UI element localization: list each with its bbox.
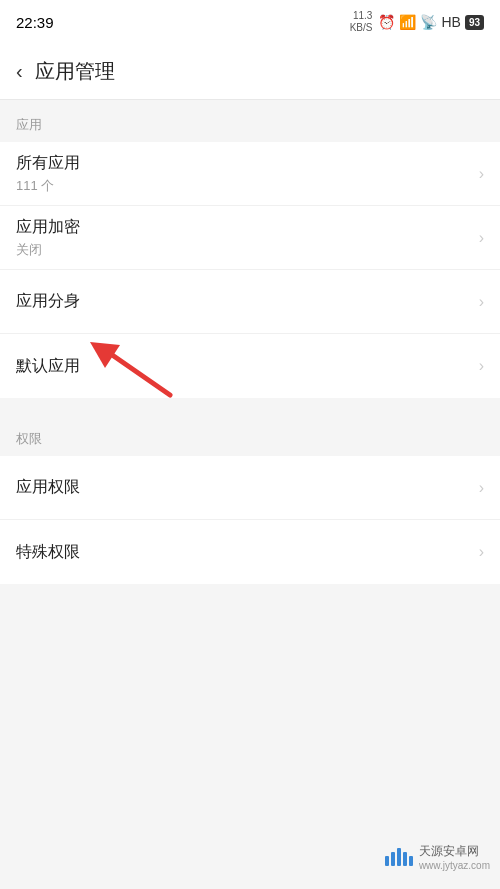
chevron-icon: › <box>479 479 484 497</box>
menu-item-all-apps-title: 所有应用 <box>16 153 80 174</box>
watermark: 天源安卓网 www.jytyaz.com <box>385 843 490 871</box>
watermark-url: www.jytyaz.com <box>419 860 490 871</box>
watermark-logo <box>385 848 413 866</box>
content-area: 应用 所有应用 111 个 › 应用加密 关闭 › 应用分身 <box>0 100 500 584</box>
menu-item-app-lock-left: 应用加密 关闭 <box>16 217 80 259</box>
menu-item-all-apps-left: 所有应用 111 个 <box>16 153 80 195</box>
status-time: 22:39 <box>16 14 54 31</box>
chevron-icon: › <box>479 293 484 311</box>
signal-icon: 📡 <box>420 14 437 30</box>
chevron-icon: › <box>479 543 484 561</box>
section-label-apps: 应用 <box>0 100 500 142</box>
battery-icon: 93 <box>465 15 484 30</box>
menu-item-default-apps-left: 默认应用 <box>16 356 80 377</box>
chevron-icon: › <box>479 357 484 375</box>
menu-item-all-apps-subtitle: 111 个 <box>16 177 80 195</box>
menu-item-app-permissions[interactable]: 应用权限 › <box>0 456 500 520</box>
page-title: 应用管理 <box>35 58 115 85</box>
chevron-icon: › <box>479 229 484 247</box>
nfc-icon: HB <box>441 14 460 30</box>
menu-item-default-apps[interactable]: 默认应用 › <box>0 334 500 398</box>
watermark-site-name: 天源安卓网 <box>419 843 490 860</box>
menu-item-app-lock-title: 应用加密 <box>16 217 80 238</box>
menu-item-default-apps-title: 默认应用 <box>16 356 80 377</box>
network-speed: 11.3KB/S <box>350 10 373 34</box>
menu-list-apps: 所有应用 111 个 › 应用加密 关闭 › 应用分身 › <box>0 142 500 398</box>
menu-item-app-lock[interactable]: 应用加密 关闭 › <box>0 206 500 270</box>
menu-item-app-clone-title: 应用分身 <box>16 291 80 312</box>
menu-item-app-permissions-title: 应用权限 <box>16 477 80 498</box>
alarm-icon: ⏰ <box>378 14 395 30</box>
section-gap <box>0 398 500 414</box>
menu-item-app-permissions-left: 应用权限 <box>16 477 80 498</box>
menu-item-app-clone[interactable]: 应用分身 › <box>0 270 500 334</box>
menu-item-special-permissions[interactable]: 特殊权限 › <box>0 520 500 584</box>
menu-item-special-permissions-title: 特殊权限 <box>16 542 80 563</box>
menu-item-app-lock-subtitle: 关闭 <box>16 241 80 259</box>
menu-list-permissions: 应用权限 › 特殊权限 › <box>0 456 500 584</box>
menu-item-app-clone-left: 应用分身 <box>16 291 80 312</box>
menu-item-all-apps[interactable]: 所有应用 111 个 › <box>0 142 500 206</box>
status-icons: 11.3KB/S ⏰ 📶 📡 HB 93 <box>350 10 484 34</box>
watermark-text-block: 天源安卓网 www.jytyaz.com <box>419 843 490 871</box>
back-button[interactable]: ‹ <box>16 60 23 83</box>
header: ‹ 应用管理 <box>0 44 500 100</box>
status-bar: 22:39 11.3KB/S ⏰ 📶 📡 HB 93 <box>0 0 500 44</box>
section-permissions: 权限 应用权限 › 特殊权限 › <box>0 414 500 584</box>
wifi-icon: 📶 <box>399 14 416 30</box>
menu-item-special-permissions-left: 特殊权限 <box>16 542 80 563</box>
section-apps: 应用 所有应用 111 个 › 应用加密 关闭 › 应用分身 <box>0 100 500 398</box>
chevron-icon: › <box>479 165 484 183</box>
section-label-permissions: 权限 <box>0 414 500 456</box>
